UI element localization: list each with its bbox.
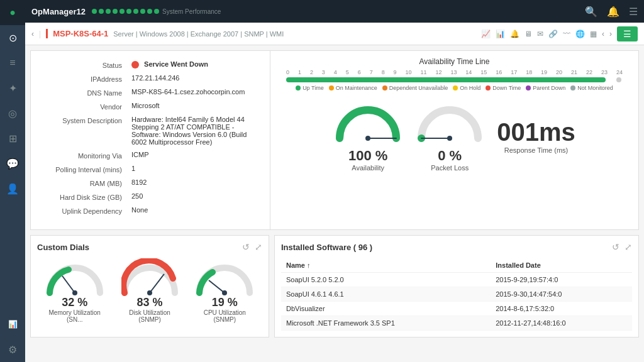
- svg-point-2: [365, 136, 370, 141]
- svg-point-14: [222, 290, 227, 295]
- memory-label: Memory Utilization (SN...: [47, 309, 103, 323]
- polling-value: 1: [131, 165, 257, 172]
- legend-maintenance: On Maintenance: [329, 85, 377, 91]
- software-expand-icon[interactable]: ⤢: [625, 242, 632, 252]
- sidebar-item-settings[interactable]: ⚙: [0, 337, 25, 362]
- dns-value: MSP-K8S-64-1.csez.zohocorpin.com: [131, 88, 257, 96]
- response-time-display: 001ms Response Time (ms): [497, 118, 575, 154]
- memory-dial-svg: [47, 258, 103, 296]
- software-title: Installed Software ( 96 ): [281, 243, 612, 252]
- disk-dial: 83 % Disk Utilization (SNMP): [121, 258, 178, 323]
- col-date: Installed Date: [491, 258, 632, 273]
- disk-label: Disk Utilization (SNMP): [121, 309, 178, 323]
- packetloss-gauge: 0 % Packet Loss: [415, 101, 484, 172]
- custom-dials-header: Custom Dials ↺ ⤢: [37, 242, 262, 252]
- sidebar-item-user[interactable]: 👤: [0, 176, 25, 201]
- timeline-bar: [286, 77, 623, 82]
- topbar: OpManager12 System Performance 🔍 🔔 ☰: [25, 0, 644, 23]
- col-name: Name ↑: [281, 258, 491, 273]
- disk-dial-svg: [121, 258, 178, 296]
- polling-row: Polling Interval (mins) 1: [43, 165, 257, 173]
- ip-value: 172.21.144.246: [131, 74, 257, 82]
- sidebar: ● ⊙ ≡ ✦ ◎ ⊞ 💬 👤 📊 ⚙: [0, 0, 25, 362]
- timeline-end-dot: [615, 76, 623, 84]
- uptime-dot: [296, 85, 301, 90]
- svg-point-8: [72, 290, 77, 295]
- chevron-left-icon[interactable]: ‹: [602, 30, 604, 38]
- status-value: Service Went Down: [131, 60, 257, 69]
- status-dots: [92, 9, 159, 14]
- expand-dial-icon[interactable]: ⤢: [255, 242, 262, 252]
- expand-icon[interactable]: ▦: [590, 30, 597, 38]
- legend-onhold: On Hold: [453, 85, 480, 91]
- alert-config-icon[interactable]: 🔔: [510, 30, 519, 38]
- response-time-label: Response Time (ms): [504, 146, 568, 154]
- monitor-icon[interactable]: 🖥: [525, 30, 532, 38]
- sysdesc-label: System Description: [43, 116, 131, 124]
- vendor-label: Vendor: [43, 102, 131, 111]
- link-icon[interactable]: 🔗: [548, 30, 558, 38]
- nav-back[interactable]: ‹: [31, 30, 34, 38]
- software-name: Microsoft .NET Framework 3.5 SP1: [281, 316, 491, 331]
- maintenance-dot: [329, 85, 334, 90]
- sidebar-item-list[interactable]: ≡: [0, 50, 25, 75]
- svg-point-3: [437, 126, 462, 145]
- memory-value: 32 %: [62, 296, 87, 309]
- status-text: Service Went Down: [144, 60, 208, 68]
- disk-value: 250: [131, 192, 257, 200]
- secondbar: ‹ | MSP-K8S-64-1 Server | Windows 2008 |…: [25, 23, 644, 45]
- sidebar-item-alerts[interactable]: ✦: [0, 75, 25, 101]
- chart-icon[interactable]: 📈: [481, 30, 491, 38]
- software-name: DbVisualizer: [281, 302, 491, 316]
- legend-uptime: Up Time: [296, 85, 324, 91]
- custom-dials-panel: Custom Dials ↺ ⤢: [30, 235, 269, 337]
- svg-point-11: [147, 290, 152, 295]
- web-icon[interactable]: 🌐: [575, 30, 585, 38]
- menu-button[interactable]: ☰: [617, 26, 638, 41]
- software-date: 2015-9-30,14:47:54:0: [491, 287, 632, 302]
- dependent-dot: [382, 85, 387, 90]
- search-icon[interactable]: 🔍: [585, 6, 597, 18]
- app-name: OpManager12: [31, 7, 86, 16]
- table-row: Microsoft .NET Framework 3.5 SP1 2012-11…: [281, 316, 632, 331]
- wave-icon[interactable]: 〰: [563, 30, 570, 38]
- details-panel: Status Service Went Down IPAddress 172.2…: [31, 51, 270, 229]
- legend-dependent: Dependent Unavailable: [382, 85, 448, 91]
- availability-gauge-svg: [333, 101, 402, 145]
- polling-label: Polling Interval (mins): [43, 165, 131, 173]
- svg-point-0: [355, 126, 380, 145]
- sidebar-item-maps[interactable]: ◎: [0, 101, 25, 126]
- secondbar-actions: 📈 📊 🔔 🖥 ✉ 🔗 〰 🌐 ▦ ‹ › ☰: [481, 26, 638, 41]
- sidebar-item-home[interactable]: ⊙: [0, 25, 25, 50]
- top-section: Status Service Went Down IPAddress 172.2…: [30, 50, 639, 230]
- sidebar-item-inventory[interactable]: ⊞: [0, 126, 25, 151]
- status-row: Status Service Went Down: [43, 60, 257, 69]
- nav-divider: |: [39, 30, 41, 38]
- chevron-right-icon[interactable]: ›: [609, 30, 612, 38]
- disk-label: Hard Disk Size (GB): [43, 192, 131, 201]
- svg-point-5: [447, 136, 452, 141]
- device-name: MSP-K8S-64-1: [46, 29, 108, 38]
- availability-title: Availability Time Line: [283, 57, 626, 66]
- cpu-label: CPU Utilization (SNMP): [196, 309, 253, 323]
- software-refresh-icon[interactable]: ↺: [612, 242, 619, 252]
- email-icon[interactable]: ✉: [537, 30, 543, 38]
- notmonitored-dot: [570, 85, 575, 90]
- sidebar-item-reports[interactable]: 📊: [0, 312, 25, 337]
- sysdesc-row: System Description Hardware: Intel64 Fam…: [43, 116, 257, 146]
- menu-icon[interactable]: ☰: [629, 6, 638, 18]
- sysdesc-value: Hardware: Intel64 Family 6 Model 44 Step…: [131, 116, 257, 146]
- uplink-value: None: [131, 206, 257, 214]
- legend-notmonitored: Not Monitored: [570, 85, 613, 91]
- software-name: SoapUI 5.2.0 5.2.0: [281, 273, 491, 287]
- memory-dial: 32 % Memory Utilization (SN...: [47, 258, 103, 323]
- refresh-icon[interactable]: ↺: [242, 242, 250, 252]
- disk-row: Hard Disk Size (GB) 250: [43, 192, 257, 201]
- timeline-hours: 012 345 678 91011 121314 151617 181920 2…: [283, 69, 626, 75]
- software-actions: ↺ ⤢: [612, 242, 632, 252]
- sidebar-item-chat[interactable]: 💬: [0, 151, 25, 176]
- bell-icon[interactable]: 🔔: [607, 6, 619, 18]
- gauges-container: 100 % Availability: [283, 101, 626, 172]
- status-label: Status: [43, 60, 131, 69]
- graph-icon[interactable]: 📊: [496, 30, 505, 38]
